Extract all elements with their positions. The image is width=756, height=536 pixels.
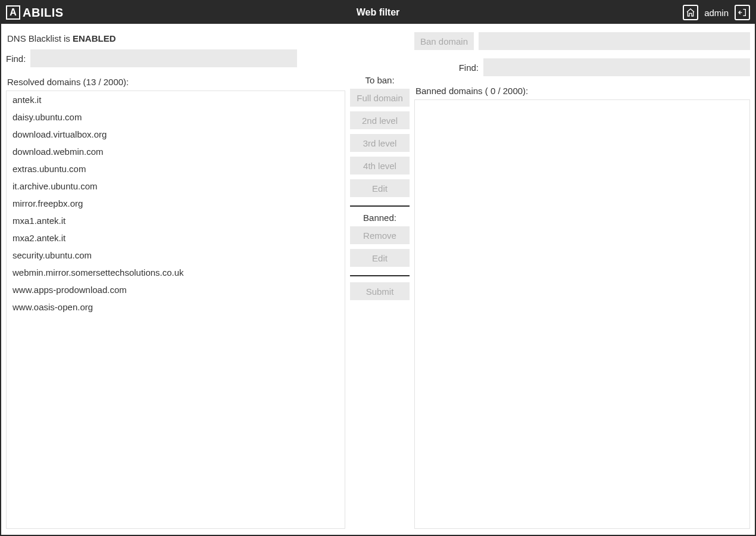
brand-logo-icon: A [6,5,20,20]
fourth-level-button[interactable]: 4th level [350,157,410,174]
actions-panel: To ban: Full domain 2nd level 3rd level … [350,29,410,529]
blacklist-status: DNS Blacklist is ENABLED [6,29,345,49]
username-label: admin [704,8,729,18]
status-prefix: DNS Blacklist is [7,33,73,43]
header-bar: A ABILIS Web filter admin [1,1,755,24]
banned-domains-list[interactable] [414,99,750,529]
to-ban-label: To ban: [365,75,394,85]
list-item[interactable]: mirror.freepbx.org [7,195,345,212]
brand-logo[interactable]: A ABILIS [6,5,64,20]
brand-logo-letter: A [10,8,17,17]
banned-label: Banned: [363,213,396,223]
banned-find-input[interactable] [483,58,750,76]
divider-2 [350,275,410,276]
edit-banned-button[interactable]: Edit [350,249,410,267]
divider-1 [350,205,410,207]
banned-panel: Ban domain Find: Banned domains ( 0 / 20… [414,29,750,529]
content-body: DNS Blacklist is ENABLED Find: Resolved … [1,24,755,535]
list-item[interactable]: mxa1.antek.it [7,212,345,229]
ban-domain-row: Ban domain [414,32,750,50]
brand-name: ABILIS [23,6,64,20]
banned-find-row: Find: [414,58,750,76]
header-right: admin [683,5,750,20]
list-item[interactable]: download.virtualbox.org [7,126,345,143]
list-item[interactable]: it.archive.ubuntu.com [7,177,345,195]
status-state: ENABLED [73,33,116,43]
remove-button[interactable]: Remove [350,226,410,244]
banned-list-title: Banned domains ( 0 / 2000): [414,85,750,99]
list-item[interactable]: www.oasis-open.org [7,298,345,316]
resolved-find-row: Find: [6,49,345,67]
find-label-right: Find: [459,63,479,73]
resolved-domains-list[interactable]: antek.itdaisy.ubuntu.comdownload.virtual… [6,91,345,529]
list-item[interactable]: antek.it [7,91,345,108]
page-title: Web filter [357,7,400,18]
ban-domain-button[interactable]: Ban domain [414,32,474,50]
edit-toban-button[interactable]: Edit [350,179,410,197]
full-domain-button[interactable]: Full domain [350,89,410,107]
list-item[interactable]: extras.ubuntu.com [7,160,345,177]
submit-button[interactable]: Submit [350,282,410,300]
ban-domain-input[interactable] [479,32,750,50]
logout-icon[interactable] [735,5,750,20]
second-level-button[interactable]: 2nd level [350,111,410,129]
list-item[interactable]: daisy.ubuntu.com [7,108,345,126]
app-window: A ABILIS Web filter admin [0,0,756,536]
home-icon[interactable] [683,5,698,20]
resolved-panel: DNS Blacklist is ENABLED Find: Resolved … [6,29,345,529]
list-item[interactable]: security.ubuntu.com [7,247,345,264]
resolved-list-title: Resolved domains (13 / 2000): [6,76,345,91]
third-level-button[interactable]: 3rd level [350,134,410,152]
list-item[interactable]: www.apps-prodownload.com [7,281,345,298]
list-item[interactable]: download.webmin.com [7,143,345,160]
list-item[interactable]: mxa2.antek.it [7,229,345,247]
resolved-find-input[interactable] [30,49,297,67]
find-label-left: Find: [6,54,26,64]
list-item[interactable]: webmin.mirror.somersettechsolutions.co.u… [7,264,345,281]
